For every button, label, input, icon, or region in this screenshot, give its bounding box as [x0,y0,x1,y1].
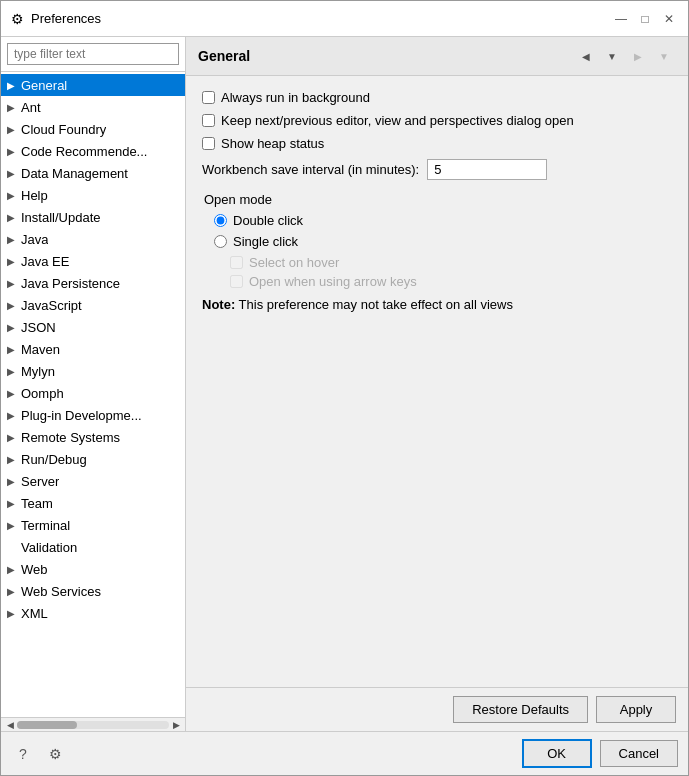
sidebar-item-label: Oomph [21,386,64,401]
double-click-label[interactable]: Double click [233,213,303,228]
select-on-hover-checkbox [230,256,243,269]
save-interval-input[interactable] [427,159,547,180]
sidebar-item-label: Remote Systems [21,430,120,445]
sidebar-item-server[interactable]: ▶Server [1,470,185,492]
open-mode-label: Open mode [202,192,672,207]
arrow-icon: ▶ [7,564,21,575]
settings-icon-button[interactable]: ⚙ [43,742,67,766]
help-icon-button[interactable]: ? [11,742,35,766]
search-input[interactable] [7,43,179,65]
bottom-bar: ? ⚙ OK Cancel [1,731,688,775]
sidebar-item-web-services[interactable]: ▶Web Services [1,580,185,602]
sidebar-item-help[interactable]: ▶Help [1,184,185,206]
arrow-icon: ▶ [7,190,21,201]
note-row: Note: This preference may not take effec… [202,297,672,312]
sidebar-item-team[interactable]: ▶Team [1,492,185,514]
scroll-left-arrow[interactable]: ◀ [3,718,17,732]
close-button[interactable]: ✕ [658,8,680,30]
restore-defaults-button[interactable]: Restore Defaults [453,696,588,723]
sidebar-item-label: Terminal [21,518,70,533]
open-arrow-keys-checkbox [230,275,243,288]
sidebar-item-run-debug[interactable]: ▶Run/Debug [1,448,185,470]
always-run-checkbox[interactable] [202,91,215,104]
arrow-icon: ▶ [7,168,21,179]
sidebar-item-java[interactable]: ▶Java [1,228,185,250]
sidebar-item-label: Data Management [21,166,128,181]
preferences-icon: ⚙ [9,11,25,27]
show-heap-checkbox[interactable] [202,137,215,150]
sidebar-item-label: Maven [21,342,60,357]
main-content: ▶General▶Ant▶Cloud Foundry▶Code Recommen… [1,37,688,731]
sidebar-item-label: Validation [21,540,77,555]
sidebar-item-plug-in-development[interactable]: ▶Plug-in Developme... [1,404,185,426]
sidebar-item-label: Install/Update [21,210,101,225]
sidebar-item-javascript[interactable]: ▶JavaScript [1,294,185,316]
sidebar-item-label: Code Recommende... [21,144,147,159]
sidebar-item-oomph[interactable]: ▶Oomph [1,382,185,404]
sidebar-item-java-ee[interactable]: ▶Java EE [1,250,185,272]
always-run-label[interactable]: Always run in background [202,90,370,105]
sidebar-item-label: Java [21,232,48,247]
scroll-right-arrow[interactable]: ▶ [169,718,183,732]
single-click-radio[interactable] [214,235,227,248]
ok-button[interactable]: OK [522,739,592,768]
sidebar-item-general[interactable]: ▶General [1,74,185,96]
always-run-option-row: Always run in background [202,90,672,105]
arrow-icon: ▶ [7,410,21,421]
sidebar-item-label: Server [21,474,59,489]
double-click-radio[interactable] [214,214,227,227]
show-heap-label[interactable]: Show heap status [202,136,324,151]
sidebar-item-terminal[interactable]: ▶Terminal [1,514,185,536]
right-panel: General ◀ ▼ ▶ ▼ Always run in background [186,37,688,731]
nav-forward-dropdown[interactable]: ▼ [652,45,676,67]
preferences-window: ⚙ Preferences — □ ✕ ▶General▶Ant▶Cloud F… [0,0,689,776]
minimize-button[interactable]: — [610,8,632,30]
double-click-option: Double click [202,213,672,228]
arrow-icon: ▶ [7,344,21,355]
sidebar-item-data-management[interactable]: ▶Data Management [1,162,185,184]
arrow-icon: ▶ [7,432,21,443]
cancel-button[interactable]: Cancel [600,740,678,767]
sidebar-item-json[interactable]: ▶JSON [1,316,185,338]
sidebar-item-label: General [21,78,67,93]
sidebar-item-ant[interactable]: ▶Ant [1,96,185,118]
arrow-icon: ▶ [7,212,21,223]
keep-editor-label[interactable]: Keep next/previous editor, view and pers… [202,113,574,128]
sidebar-item-web[interactable]: ▶Web [1,558,185,580]
show-heap-text: Show heap status [221,136,324,151]
arrow-icon: ▶ [7,322,21,333]
save-interval-row: Workbench save interval (in minutes): [202,159,672,180]
sidebar-item-cloud-foundry[interactable]: ▶Cloud Foundry [1,118,185,140]
arrow-icon: ▶ [7,388,21,399]
sidebar-item-mylyn[interactable]: ▶Mylyn [1,360,185,382]
nav-forward-button[interactable]: ▶ [626,45,650,67]
arrow-icon: ▶ [7,124,21,135]
scrollbar-track[interactable] [17,721,169,729]
sidebar-item-java-persistence[interactable]: ▶Java Persistence [1,272,185,294]
arrow-icon: ▶ [7,300,21,311]
sidebar-item-install-update[interactable]: ▶Install/Update [1,206,185,228]
sidebar-item-maven[interactable]: ▶Maven [1,338,185,360]
sidebar-item-label: Web [21,562,48,577]
always-run-text: Always run in background [221,90,370,105]
single-click-label[interactable]: Single click [233,234,298,249]
nav-back-button[interactable]: ◀ [574,45,598,67]
maximize-button[interactable]: □ [634,8,656,30]
arrow-icon: ▶ [7,256,21,267]
note-text: This preference may not take effect on a… [239,297,513,312]
keep-editor-checkbox[interactable] [202,114,215,127]
sidebar-item-label: Mylyn [21,364,55,379]
sidebar-item-xml[interactable]: ▶XML [1,602,185,624]
open-arrow-keys-label: Open when using arrow keys [249,274,417,289]
sidebar-item-code-recommenders[interactable]: ▶Code Recommende... [1,140,185,162]
panel-header: General ◀ ▼ ▶ ▼ [186,37,688,76]
panel-body: Always run in background Keep next/previ… [186,76,688,687]
sidebar-item-label: JavaScript [21,298,82,313]
apply-button[interactable]: Apply [596,696,676,723]
sidebar-item-validation[interactable]: Validation [1,536,185,558]
sidebar-item-label: Run/Debug [21,452,87,467]
title-bar: ⚙ Preferences — □ ✕ [1,1,688,37]
nav-back-dropdown[interactable]: ▼ [600,45,624,67]
sidebar-item-remote-systems[interactable]: ▶Remote Systems [1,426,185,448]
search-box [1,37,185,72]
